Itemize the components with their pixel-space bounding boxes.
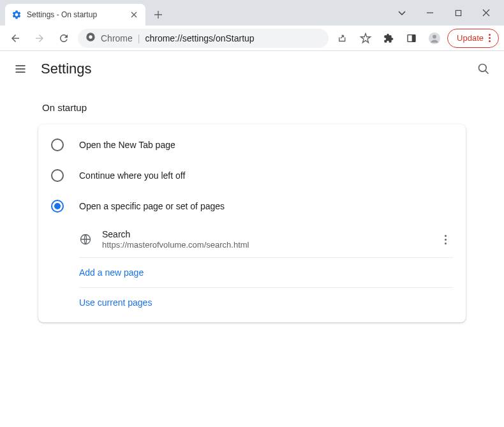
search-button[interactable]: [476, 61, 491, 77]
svg-point-2: [89, 35, 92, 38]
page-name: Search: [102, 229, 427, 239]
content: On startup Open the New Tab page Continu…: [0, 102, 504, 322]
menu-icon: [489, 34, 491, 42]
option-specific-pages[interactable]: Open a specific page or set of pages: [38, 191, 466, 221]
update-label: Update: [457, 33, 484, 43]
back-button[interactable]: [5, 28, 26, 49]
window-controls: [384, 0, 504, 26]
close-tab-icon[interactable]: [129, 10, 139, 20]
url-divider: |: [138, 33, 140, 43]
svg-rect-4: [412, 34, 415, 41]
add-page-row: Add a new page: [79, 258, 453, 288]
option-label: Open a specific page or set of pages: [79, 201, 225, 211]
startup-page-row: Search https://masterofvolume.com/search…: [79, 221, 453, 258]
forward-button[interactable]: [29, 28, 50, 49]
update-button[interactable]: Update: [447, 29, 499, 48]
settings-header: Settings: [0, 51, 504, 87]
add-page-link[interactable]: Add a new page: [79, 267, 144, 278]
tab-title: Settings - On startup: [27, 10, 124, 19]
tab-bar: Settings - On startup: [0, 0, 504, 26]
option-continue[interactable]: Continue where you left off: [38, 160, 466, 191]
page-menu-button[interactable]: [438, 235, 453, 244]
radio-icon: [51, 169, 64, 182]
option-label: Continue where you left off: [79, 170, 185, 181]
chevron-down-icon[interactable]: [396, 6, 408, 19]
svg-rect-0: [456, 10, 461, 15]
close-window-button[interactable]: [480, 6, 493, 19]
startup-card: Open the New Tab page Continue where you…: [38, 124, 466, 322]
toolbar: Chrome | chrome://settings/onStartup Upd…: [0, 26, 504, 51]
address-bar[interactable]: Chrome | chrome://settings/onStartup: [78, 29, 329, 48]
maximize-button[interactable]: [452, 6, 464, 19]
svg-point-6: [433, 34, 436, 38]
new-tab-button[interactable]: [149, 6, 167, 24]
url-text: chrome://settings/onStartup: [145, 33, 254, 43]
bookmark-star-icon[interactable]: [355, 28, 376, 49]
menu-button[interactable]: [13, 61, 28, 77]
radio-icon: [51, 200, 64, 213]
minimize-button[interactable]: [424, 6, 436, 19]
profile-avatar-icon[interactable]: [424, 28, 445, 49]
settings-gear-icon: [11, 10, 22, 20]
url-scheme: Chrome: [101, 33, 133, 43]
chrome-logo-icon: [85, 32, 96, 44]
kebab-icon: [445, 235, 447, 244]
globe-icon: [79, 233, 92, 246]
page-title: Settings: [41, 61, 463, 77]
option-new-tab[interactable]: Open the New Tab page: [38, 130, 466, 160]
radio-icon: [51, 139, 64, 151]
share-icon[interactable]: [332, 28, 353, 49]
extensions-icon[interactable]: [378, 28, 399, 49]
use-current-link[interactable]: Use current pages: [79, 297, 152, 308]
pages-subsection: Search https://masterofvolume.com/search…: [79, 221, 453, 317]
reload-button[interactable]: [54, 28, 74, 49]
section-title: On startup: [42, 102, 466, 113]
use-current-row: Use current pages: [79, 288, 453, 317]
browser-tab[interactable]: Settings - On startup: [5, 4, 145, 26]
side-panel-icon[interactable]: [401, 28, 422, 49]
page-url: https://masterofvolume.com/search.html: [102, 240, 427, 250]
svg-point-7: [479, 64, 487, 72]
option-label: Open the New Tab page: [79, 140, 175, 150]
